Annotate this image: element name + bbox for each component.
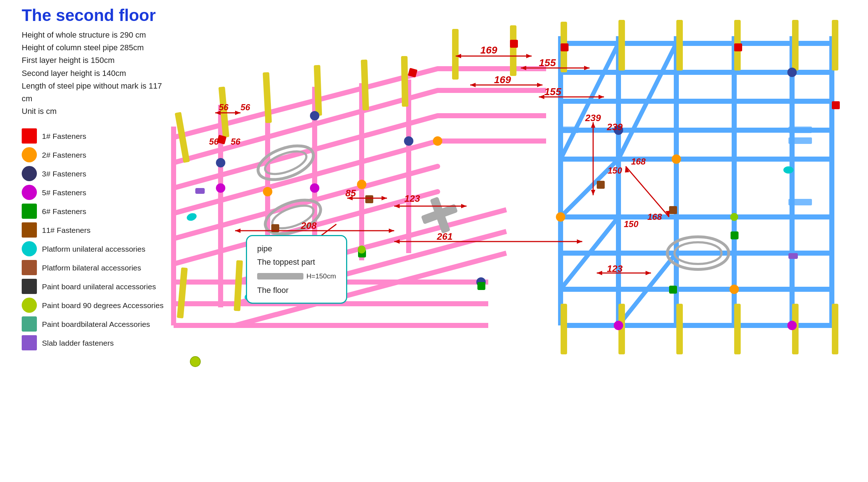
svg-rect-76 [734, 43, 742, 51]
legend-label-3: 3# Fasteners [42, 169, 86, 179]
svg-text:150: 150 [608, 166, 622, 175]
svg-rect-100 [597, 181, 605, 189]
spec-line: Length of steel pipe without mark is 117… [22, 80, 174, 105]
svg-text:261: 261 [437, 231, 452, 242]
svg-marker-122 [599, 95, 604, 99]
svg-rect-150 [788, 137, 812, 144]
svg-rect-68 [676, 304, 683, 354]
legend-icon-plat-uni [22, 241, 37, 256]
legend-item-2: 2# Fasteners [22, 147, 174, 162]
svg-point-92 [614, 321, 623, 330]
svg-point-104 [783, 166, 793, 174]
svg-point-78 [263, 187, 272, 196]
svg-point-108 [730, 213, 738, 221]
svg-point-83 [729, 285, 739, 294]
legend-icon-paint-uni [22, 279, 37, 294]
svg-rect-101 [669, 206, 677, 214]
legend-icon-plat-bi [22, 260, 37, 275]
legend-item-6: 6# Fasteners [22, 204, 174, 219]
svg-text:169: 169 [494, 74, 511, 85]
svg-point-79 [357, 180, 366, 189]
svg-text:85: 85 [345, 188, 356, 199]
page-title: The second floor [22, 5, 174, 25]
svg-point-85 [310, 111, 319, 120]
legend-icon-5 [22, 185, 37, 200]
svg-point-89 [787, 68, 797, 77]
legend-label-slab: Slab ladder fasteners [42, 338, 114, 348]
left-panel: The second floor Height of whole structu… [22, 5, 174, 354]
svg-text:168: 168 [631, 157, 646, 166]
svg-point-82 [672, 154, 681, 164]
legend-icon-paint-90 [22, 298, 37, 313]
legend-label-2: 2# Fasteners [42, 150, 86, 160]
svg-point-84 [216, 158, 225, 167]
legend-label-plat-bi: Platform bilateral accessories [42, 263, 141, 273]
svg-point-90 [216, 183, 225, 193]
svg-rect-60 [676, 20, 683, 71]
svg-text:239: 239 [607, 121, 623, 132]
svg-point-81 [556, 212, 565, 222]
svg-rect-63 [832, 20, 838, 71]
svg-rect-66 [561, 304, 567, 354]
svg-text:169: 169 [480, 44, 497, 56]
svg-marker-145 [597, 271, 602, 275]
svg-rect-77 [832, 101, 840, 109]
svg-marker-113 [526, 54, 532, 58]
svg-point-91 [310, 183, 319, 193]
callout-line-1: pipe [257, 242, 336, 255]
svg-rect-71 [832, 304, 838, 354]
legend-label-5: 5# Fasteners [42, 188, 86, 197]
svg-line-141 [626, 166, 669, 217]
legend-item-paint-bi: Paint boardbilateral Accessories [22, 316, 174, 332]
svg-marker-125 [235, 111, 241, 115]
svg-point-93 [787, 321, 797, 330]
legend-item-paint-90: Paint board 90 degrees Accessories [22, 298, 174, 313]
svg-rect-97 [731, 231, 739, 239]
svg-rect-59 [618, 20, 625, 71]
svg-marker-118 [470, 83, 476, 87]
svg-point-107 [358, 246, 366, 253]
spec-line: Second layer height is 140cm [22, 67, 174, 80]
callout-box: pipe The toppest part H=150cm The floor [246, 235, 347, 304]
svg-rect-62 [792, 20, 799, 71]
legend-item-plat-bi: Platform bilateral accessories [22, 260, 174, 275]
svg-point-86 [404, 136, 413, 146]
svg-text:155: 155 [544, 86, 561, 97]
svg-rect-149 [788, 127, 812, 133]
legend-icon-slab [22, 335, 37, 350]
legend-icon-1 [22, 128, 37, 144]
svg-text:123: 123 [607, 263, 623, 274]
svg-rect-109 [195, 188, 205, 194]
spec-line: Height of whole structure is 290 cm [22, 29, 174, 41]
legend: 1# Fasteners2# Fasteners3# Fasteners5# F… [22, 128, 174, 350]
legend-item-11: 11# Fasteners [22, 222, 174, 238]
svg-rect-69 [734, 304, 741, 354]
spec-line: Unit is cm [22, 105, 174, 118]
svg-rect-64 [177, 267, 188, 318]
svg-marker-134 [461, 204, 467, 208]
legend-item-3: 3# Fasteners [22, 166, 174, 181]
svg-marker-119 [537, 83, 542, 87]
legend-item-paint-uni: Paint board unilateral accessories [22, 279, 174, 294]
callout-height: H=150cm [306, 270, 336, 282]
svg-point-80 [433, 136, 442, 146]
legend-icon-paint-bi [22, 316, 37, 332]
legend-item-1: 1# Fasteners [22, 128, 174, 144]
svg-rect-55 [401, 56, 408, 107]
legend-label-paint-uni: Paint board unilateral accessories [42, 282, 156, 291]
svg-rect-74 [510, 40, 518, 48]
svg-point-102 [186, 212, 197, 222]
svg-rect-99 [365, 195, 373, 203]
legend-label-paint-bi: Paint boardbilateral Accessories [42, 319, 150, 329]
svg-text:56: 56 [209, 137, 219, 146]
svg-text:123: 123 [404, 193, 420, 204]
callout-line-2: The toppest part [257, 255, 336, 269]
svg-text:155: 155 [539, 57, 556, 68]
svg-rect-110 [788, 253, 798, 259]
svg-rect-151 [788, 199, 812, 205]
svg-point-105 [190, 357, 200, 367]
callout-line-4: The floor [257, 283, 336, 297]
legend-label-6: 6# Fasteners [42, 206, 86, 216]
svg-text:239: 239 [585, 112, 601, 123]
svg-rect-95 [477, 282, 485, 290]
